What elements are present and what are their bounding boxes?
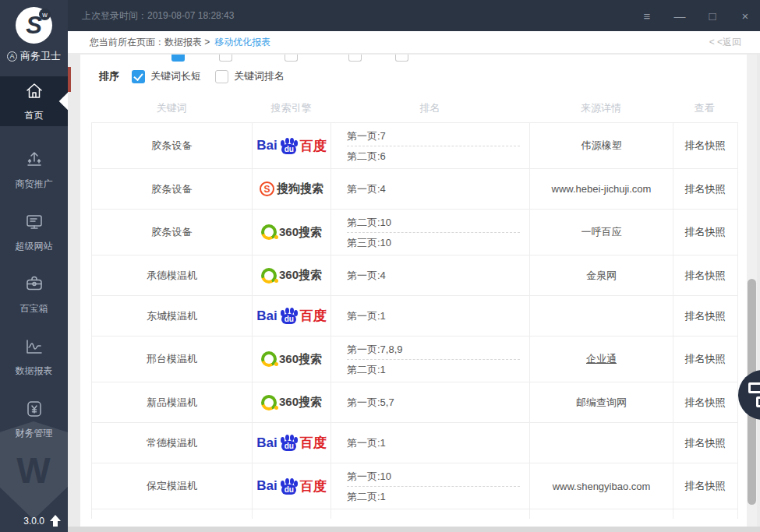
view-cell: 排名快照	[673, 423, 737, 463]
sidebar-item-数据报表[interactable]: 数据报表	[0, 326, 68, 388]
baidu-bai-text: Bai	[256, 478, 277, 494]
keyword-cell: 邢台模温机	[92, 336, 253, 382]
sogou-s-icon: S	[260, 181, 274, 196]
rank-text: 第二页:10	[331, 213, 529, 232]
baidu-paw-icon: du	[280, 478, 298, 495]
s360-cn-text: 360搜索	[279, 268, 322, 283]
360-logo: 360搜索	[261, 351, 322, 367]
sidebar-menu: 首页商贸推广超级网站百宝箱数据报表财务管理	[0, 76, 68, 450]
snapshot-link[interactable]: 排名快照	[685, 139, 726, 153]
keyword-cell: 胶条设备	[92, 123, 253, 168]
s360-ring-icon	[261, 351, 277, 367]
checkbox-keyword-length[interactable]	[132, 70, 145, 83]
table-row: 承德模温机360搜索第一页:4金泉网排名快照	[91, 255, 738, 296]
watermark-letter: W	[16, 449, 50, 491]
s360-cn-text: 360搜索	[279, 395, 322, 410]
promote-icon	[24, 150, 44, 172]
rank-cell: 第二页:10第三页:10	[331, 210, 530, 255]
snapshot-link[interactable]: 排名快照	[685, 182, 726, 196]
snapshot-link[interactable]: 排名快照	[685, 225, 726, 239]
engine-cell: 360搜索	[253, 382, 331, 422]
clipped-checkbox[interactable]	[285, 55, 298, 62]
sidebar-item-label: 超级网站	[16, 240, 53, 253]
maximize-icon[interactable]: □	[705, 9, 719, 23]
rank-cell: 第一页:4	[331, 255, 530, 295]
	[274, 406, 278, 410]
column-header: 关键词	[91, 101, 252, 115]
keyword-cell: 常德模温机	[92, 423, 253, 463]
clipped-checkbox[interactable]	[171, 55, 185, 62]
ranking-table-body: 胶条设备Baidu百度第一页:7第二页:6伟源橡塑排名快照胶条设备S搜狗搜索第一…	[91, 123, 738, 519]
rank-text: 第三页:10	[331, 233, 529, 252]
report-panel: 排序 关键词长短 关键词排名 关键词搜索引擎排名来源详情查看 胶条设备Baidu…	[80, 55, 749, 527]
baidu-cn-text: 百度	[300, 477, 327, 495]
clipped-checkbox[interactable]	[348, 55, 362, 62]
table-row-partial	[91, 509, 738, 519]
source-cell	[530, 296, 673, 336]
table-header-row: 关键词搜索引擎排名来源详情查看	[91, 93, 738, 123]
sidebar-item-label: 商贸推广	[16, 178, 53, 191]
sort-label: 排序	[99, 69, 119, 83]
	[274, 235, 278, 239]
sogou-cn-text: 搜狗搜索	[277, 181, 323, 196]
back-link[interactable]: < <返回	[709, 36, 741, 49]
keyword-cell: 东城模温机	[92, 296, 253, 336]
toolbox-icon	[24, 274, 44, 297]
source-text[interactable]: 企业通	[586, 352, 617, 366]
s360-ring-icon	[261, 395, 277, 410]
snapshot-link[interactable]: 排名快照	[685, 479, 726, 493]
360-logo: 360搜索	[261, 395, 322, 410]
upgrade-arrow-icon[interactable]	[50, 515, 61, 527]
breadcrumb: 您当前所在页面：数据报表 > 移动优化报表 < <返回	[68, 31, 760, 53]
sidebar-item-商贸推广[interactable]: 商贸推广	[0, 139, 68, 201]
table-row: 新品模温机360搜索第一页:5,7邮编查询网排名快照	[91, 382, 738, 423]
baidu-bai-text: Bai	[256, 435, 277, 451]
clipped-filter-row	[80, 55, 749, 62]
rank-text: 第一页:4	[331, 179, 529, 199]
checkbox-label: 关键词长短	[150, 69, 201, 83]
source-text: 伟源橡塑	[581, 139, 622, 153]
baidu-logo: Baidu百度	[256, 137, 326, 155]
snapshot-link[interactable]: 排名快照	[685, 352, 726, 366]
snapshot-link[interactable]: 排名快照	[685, 436, 726, 450]
clipped-checkbox[interactable]	[395, 55, 408, 62]
sidebar-item-超级网站[interactable]: 超级网站	[0, 201, 68, 263]
window-controls: ≡ — □ ×	[640, 0, 752, 31]
vertical-scrollbar[interactable]	[747, 55, 757, 527]
version-row: 3.0.0	[23, 515, 61, 527]
menu-icon[interactable]: ≡	[640, 9, 654, 23]
source-cell: 企业通	[530, 336, 673, 382]
rank-text: 第一页:7,8,9	[331, 340, 529, 359]
close-icon[interactable]: ×	[738, 9, 752, 23]
breadcrumb-label: 您当前所在页面：数据报表 >	[90, 36, 210, 49]
keyword-cell: 新品模温机	[92, 382, 253, 422]
minimize-icon[interactable]: —	[673, 9, 687, 23]
shield-icon: W	[0, 421, 68, 520]
website-icon	[24, 212, 44, 234]
view-cell: 排名快照	[673, 255, 737, 295]
source-cell: 伟源橡塑	[530, 123, 673, 168]
table-row: 胶条设备360搜索第二页:10第三页:10一呼百应排名快照	[91, 210, 738, 255]
engine-cell: 360搜索	[253, 336, 331, 382]
snapshot-link[interactable]: 排名快照	[685, 396, 726, 410]
horizontal-scrollbar[interactable]	[68, 527, 760, 532]
checkbox-keyword-rank[interactable]	[215, 70, 228, 83]
view-cell: 排名快照	[673, 382, 737, 422]
	[274, 279, 278, 283]
engine-cell: Baidu百度	[253, 463, 331, 509]
source-text: www.shengyibao.com	[553, 481, 651, 492]
snapshot-link[interactable]: 排名快照	[685, 309, 726, 323]
s360-cn-text: 360搜索	[279, 352, 322, 367]
breadcrumb-current-link[interactable]: 移动优化报表	[214, 36, 270, 49]
engine-cell: Baidu百度	[253, 123, 331, 168]
snapshot-link[interactable]: 排名快照	[685, 269, 726, 283]
baidu-du-text: du	[285, 315, 294, 323]
sidebar-item-首页[interactable]: 首页	[0, 76, 68, 126]
sidebar-item-百宝箱[interactable]: 百宝箱	[0, 263, 68, 326]
baidu-cn-text: 百度	[300, 307, 327, 325]
partial-cell	[530, 509, 673, 519]
engine-cell: 360搜索	[253, 210, 331, 255]
rank-text: 第一页:7	[331, 126, 529, 146]
clipped-checkbox[interactable]	[219, 55, 232, 62]
	[274, 362, 278, 366]
